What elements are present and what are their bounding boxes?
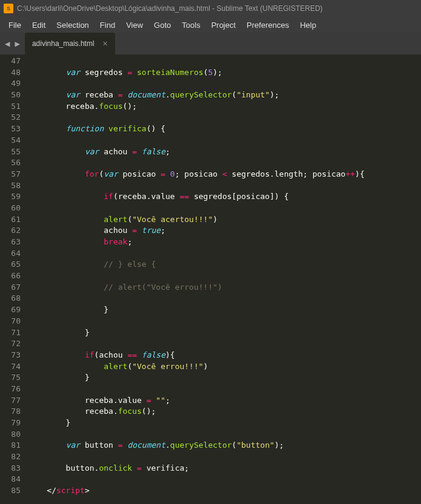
code-line[interactable]: // } else { xyxy=(28,259,421,270)
code-line[interactable]: var receba = document.querySelector("inp… xyxy=(28,90,421,101)
code-line[interactable]: if(achou == false){ xyxy=(28,350,421,361)
line-number: 55 xyxy=(0,146,21,158)
tab-close-icon[interactable]: × xyxy=(103,39,108,48)
line-number: 51 xyxy=(0,101,21,113)
line-number: 76 xyxy=(0,384,21,395)
line-number: 60 xyxy=(0,203,21,214)
line-number: 77 xyxy=(0,395,21,407)
code-line[interactable] xyxy=(28,429,421,440)
line-number: 54 xyxy=(0,135,21,146)
code-line[interactable]: receba.focus(); xyxy=(28,406,421,417)
code-line[interactable]: } xyxy=(28,304,421,316)
code-line[interactable]: } xyxy=(28,417,421,429)
tab-bar: ◀ ▶ adivinha_mais.html × xyxy=(0,33,421,54)
line-number: 79 xyxy=(0,417,21,429)
line-number: 70 xyxy=(0,316,21,327)
line-number: 74 xyxy=(0,361,21,373)
line-number: 56 xyxy=(0,157,21,169)
line-number: 78 xyxy=(0,406,21,417)
tab-active[interactable]: adivinha_mais.html × xyxy=(25,33,115,54)
code-line[interactable]: for(var posicao = 0; posicao < segredos.… xyxy=(28,169,421,180)
menubar: File Edit Selection Find View Goto Tools… xyxy=(0,17,421,33)
line-number: 63 xyxy=(0,237,21,248)
code-line[interactable]: } xyxy=(28,372,421,384)
code-line[interactable]: var achou = false; xyxy=(28,146,421,158)
code-line[interactable]: // alert("Você errou!!!") xyxy=(28,282,421,293)
line-number: 53 xyxy=(0,123,21,135)
line-number: 59 xyxy=(0,191,21,203)
code-line[interactable] xyxy=(28,78,421,90)
line-number: 82 xyxy=(0,451,21,463)
menu-preferences[interactable]: Preferences xyxy=(242,19,294,31)
line-number: 67 xyxy=(0,282,21,293)
menu-edit[interactable]: Edit xyxy=(27,19,50,31)
line-number: 81 xyxy=(0,440,21,451)
line-number: 61 xyxy=(0,214,21,226)
code-line[interactable]: receba.value = ""; xyxy=(28,395,421,407)
code-line[interactable] xyxy=(28,157,421,169)
line-gutter: 4748495051525354555657585960616263646566… xyxy=(0,54,28,504)
line-number: 47 xyxy=(0,56,21,67)
line-number: 58 xyxy=(0,180,21,192)
line-number: 62 xyxy=(0,225,21,237)
code-line[interactable]: } xyxy=(28,327,421,339)
menu-help[interactable]: Help xyxy=(295,19,321,31)
code-line[interactable]: button.onclick = verifica; xyxy=(28,463,421,474)
code-line[interactable] xyxy=(28,180,421,192)
code-line[interactable] xyxy=(28,270,421,282)
nav-back-icon[interactable]: ◀ xyxy=(5,39,10,48)
titlebar: S C:\Users\darli\OneDrive\Desktop\Lógica… xyxy=(0,0,421,17)
line-number: 69 xyxy=(0,304,21,316)
code-line[interactable] xyxy=(28,248,421,260)
menu-project[interactable]: Project xyxy=(207,19,240,31)
line-number: 65 xyxy=(0,259,21,270)
line-number: 85 xyxy=(0,485,21,497)
line-number: 50 xyxy=(0,90,21,101)
code-line[interactable]: </script> xyxy=(28,485,421,497)
line-number: 72 xyxy=(0,338,21,350)
code-line[interactable] xyxy=(28,316,421,327)
code-line[interactable] xyxy=(28,135,421,146)
code-line[interactable]: receba.focus(); xyxy=(28,101,421,113)
menu-goto[interactable]: Goto xyxy=(149,19,176,31)
code-line[interactable]: function verifica() { xyxy=(28,123,421,135)
app-icon: S xyxy=(4,4,13,13)
code-line[interactable] xyxy=(28,203,421,214)
code-line[interactable] xyxy=(28,56,421,67)
window-title: C:\Users\darli\OneDrive\Desktop\Lógica\a… xyxy=(17,4,323,13)
code-line[interactable]: break; xyxy=(28,237,421,248)
menu-view[interactable]: View xyxy=(121,19,148,31)
line-number: 52 xyxy=(0,112,21,123)
line-number: 84 xyxy=(0,474,21,485)
line-number: 75 xyxy=(0,372,21,384)
code-line[interactable]: if(receba.value == segredos[posicao]) { xyxy=(28,191,421,203)
menu-file[interactable]: File xyxy=(4,19,26,31)
code-line[interactable] xyxy=(28,112,421,123)
line-number: 71 xyxy=(0,327,21,339)
menu-tools[interactable]: Tools xyxy=(177,19,205,31)
menu-selection[interactable]: Selection xyxy=(51,19,93,31)
line-number: 68 xyxy=(0,293,21,304)
line-number: 83 xyxy=(0,463,21,474)
code-line[interactable] xyxy=(28,451,421,463)
code-line[interactable]: alert("Você errou!!!") xyxy=(28,361,421,373)
tab-title: adivinha_mais.html xyxy=(32,39,94,48)
code-line[interactable]: var button = document.querySelector("but… xyxy=(28,440,421,451)
menu-find[interactable]: Find xyxy=(95,19,120,31)
code-line[interactable]: alert("Você acertou!!!") xyxy=(28,214,421,226)
code-content[interactable]: var segredos = sorteiaNumeros(5); var re… xyxy=(28,54,421,504)
code-line[interactable]: achou = true; xyxy=(28,225,421,237)
line-number: 49 xyxy=(0,78,21,90)
line-number: 48 xyxy=(0,67,21,79)
code-line[interactable] xyxy=(28,384,421,395)
code-line[interactable]: var segredos = sorteiaNumeros(5); xyxy=(28,67,421,79)
nav-forward-icon[interactable]: ▶ xyxy=(15,39,19,48)
code-line[interactable] xyxy=(28,474,421,485)
editor-area[interactable]: 4748495051525354555657585960616263646566… xyxy=(0,54,421,504)
line-number: 80 xyxy=(0,429,21,440)
code-line[interactable] xyxy=(28,293,421,304)
line-number: 64 xyxy=(0,248,21,260)
code-line[interactable] xyxy=(28,338,421,350)
line-number: 73 xyxy=(0,350,21,361)
line-number: 66 xyxy=(0,270,21,282)
